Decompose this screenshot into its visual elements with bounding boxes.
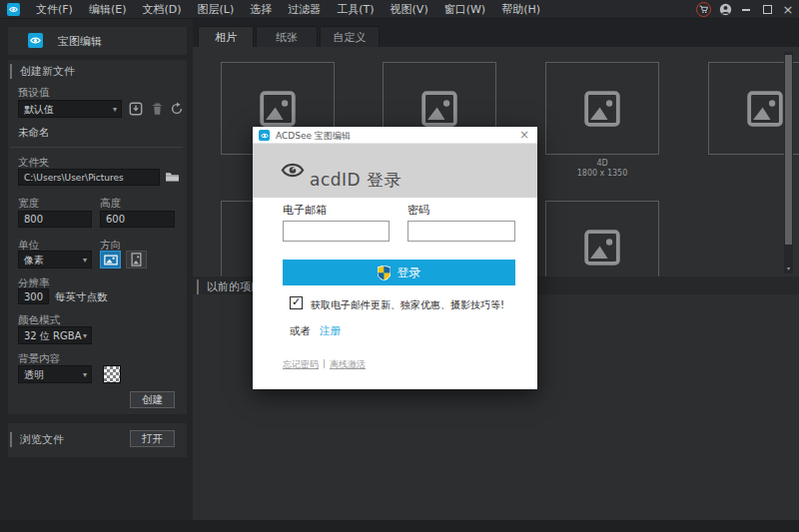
menu-window[interactable]: 窗口(W)	[436, 0, 493, 19]
divider	[10, 147, 183, 148]
color-mode-dropdown[interactable]: 32 位 RGBA▾	[18, 326, 92, 344]
menu-file[interactable]: 文件(F)	[28, 0, 81, 19]
password-label: 密码	[407, 203, 429, 218]
acdsee-logo-icon	[259, 130, 270, 141]
background-dropdown[interactable]: 透明▾	[18, 365, 92, 383]
preset-dropdown[interactable]: 默认值▾	[18, 100, 122, 118]
create-button[interactable]: 创建	[130, 391, 175, 408]
preset-label: 预设值	[18, 86, 50, 100]
chevron-down-icon: ▾	[113, 102, 117, 117]
tab-custom[interactable]: 自定义	[320, 26, 380, 47]
register-link[interactable]: 注册	[320, 324, 341, 338]
folder-path-input[interactable]	[18, 169, 160, 186]
menu-filter[interactable]: 过滤器	[280, 0, 329, 19]
login-button[interactable]: 登录	[283, 260, 515, 285]
unit-dropdown[interactable]: 像素▾	[18, 251, 92, 268]
menu-document[interactable]: 文档(D)	[134, 0, 189, 19]
menu-layer[interactable]: 图层(L)	[190, 0, 243, 19]
email-label: 电子邮箱	[283, 203, 327, 218]
sidebar-app-title: 宝图编辑	[58, 34, 102, 49]
titlebar: 文件(F) 编辑(E) 文档(D) 图层(L) 选择 过滤器 工具(T) 视图(…	[0, 0, 799, 19]
menu-tools[interactable]: 工具(T)	[329, 0, 382, 19]
dialog-footer-links: 忘记密码 | 离线激活	[283, 358, 366, 371]
dialog-heading: acdID 登录	[310, 169, 401, 192]
resolution-input[interactable]	[18, 288, 49, 304]
menu-help[interactable]: 帮助(H)	[493, 0, 548, 19]
dialog-close-icon[interactable]	[517, 128, 531, 142]
password-input[interactable]	[407, 221, 515, 242]
minimize-button[interactable]	[739, 2, 753, 17]
tab-photo[interactable]: 相片	[198, 26, 254, 47]
offline-activation-link[interactable]: 离线激活	[330, 358, 366, 371]
or-label: 或者	[290, 324, 311, 338]
email-input[interactable]	[283, 221, 390, 242]
delete-preset-icon[interactable]	[149, 101, 165, 117]
app-logo-icon	[7, 3, 20, 16]
scrollbar-thumb[interactable]	[785, 55, 792, 245]
tab-paper[interactable]: 纸张	[256, 26, 318, 47]
preset-name: 4D	[545, 159, 659, 169]
reset-preset-icon[interactable]	[169, 101, 185, 117]
background-label: 背景内容	[18, 352, 60, 366]
preset-size: 1800 x 1350	[545, 169, 659, 179]
chevron-down-icon: ▾	[83, 328, 87, 343]
acdid-eye-icon	[281, 161, 305, 180]
restore-button[interactable]	[760, 2, 774, 17]
acdid-login-dialog: ACDSee 宝图编辑 acdID 登录 电子邮箱 密码	[253, 127, 537, 389]
vertical-scrollbar[interactable]: ▾	[784, 52, 793, 273]
account-icon[interactable]	[718, 2, 732, 17]
dialog-header: acdID 登录	[253, 144, 537, 198]
transparency-swatch	[103, 365, 121, 383]
preset-value: 默认值	[24, 102, 54, 117]
menu-view[interactable]: 视图(V)	[383, 0, 436, 19]
width-input[interactable]	[18, 211, 92, 228]
shield-icon	[378, 266, 391, 280]
unit-value: 像素	[24, 253, 44, 267]
menu-select[interactable]: 选择	[242, 0, 280, 19]
height-label: 高度	[100, 197, 121, 211]
browse-section-header: 浏览文件	[10, 432, 64, 447]
dialog-titlebar: ACDSee 宝图编辑	[253, 127, 537, 144]
preset-thumbnail-caption: 4D 1800 x 1350	[545, 159, 659, 179]
login-button-label: 登录	[398, 265, 421, 281]
forgot-password-link[interactable]: 忘记密码	[283, 358, 319, 371]
acdsee-photo-editor-window: 文件(F) 编辑(E) 文档(D) 图层(L) 选择 过滤器 工具(T) 视图(…	[0, 0, 799, 532]
orientation-landscape-button[interactable]	[100, 251, 121, 268]
create-section-header: 创建新文件	[10, 64, 75, 79]
preset-thumbnail-4d[interactable]	[545, 62, 659, 155]
open-button[interactable]: 打开	[130, 430, 175, 447]
document-name[interactable]: 未命名	[18, 126, 50, 140]
preset-thumbnail[interactable]	[545, 201, 659, 276]
resolution-unit-label: 每英寸点数	[55, 290, 108, 304]
browse-folder-icon[interactable]	[163, 168, 181, 186]
color-mode-value: 32 位 RGBA	[24, 328, 81, 343]
newsletter-label: 获取电子邮件更新、独家优惠、摄影技巧等!	[311, 298, 504, 312]
height-input[interactable]	[100, 211, 175, 228]
orientation-portrait-button[interactable]	[126, 251, 147, 268]
width-label: 宽度	[18, 197, 39, 211]
newsletter-checkbox[interactable]	[290, 296, 303, 309]
shopping-cart-icon[interactable]	[696, 2, 711, 17]
background-value: 透明	[24, 367, 44, 382]
menu-edit[interactable]: 编辑(E)	[81, 0, 135, 19]
chevron-down-icon: ▾	[83, 367, 87, 382]
save-preset-icon[interactable]	[128, 101, 144, 117]
status-strip	[0, 520, 799, 532]
chevron-down-icon: ▾	[83, 253, 87, 267]
preset-tabbar: 相片 纸张 自定义	[193, 19, 799, 47]
photo-editor-icon	[28, 33, 43, 48]
close-button[interactable]	[781, 2, 795, 17]
scrollbar-down-arrow-icon[interactable]: ▾	[785, 265, 792, 271]
menubar: 文件(F) 编辑(E) 文档(D) 图层(L) 选择 过滤器 工具(T) 视图(…	[28, 0, 548, 19]
link-separator: |	[323, 358, 326, 371]
color-mode-label: 颜色模式	[18, 313, 60, 327]
folder-label: 文件夹	[18, 156, 50, 170]
dialog-title: ACDSee 宝图编辑	[276, 130, 351, 143]
